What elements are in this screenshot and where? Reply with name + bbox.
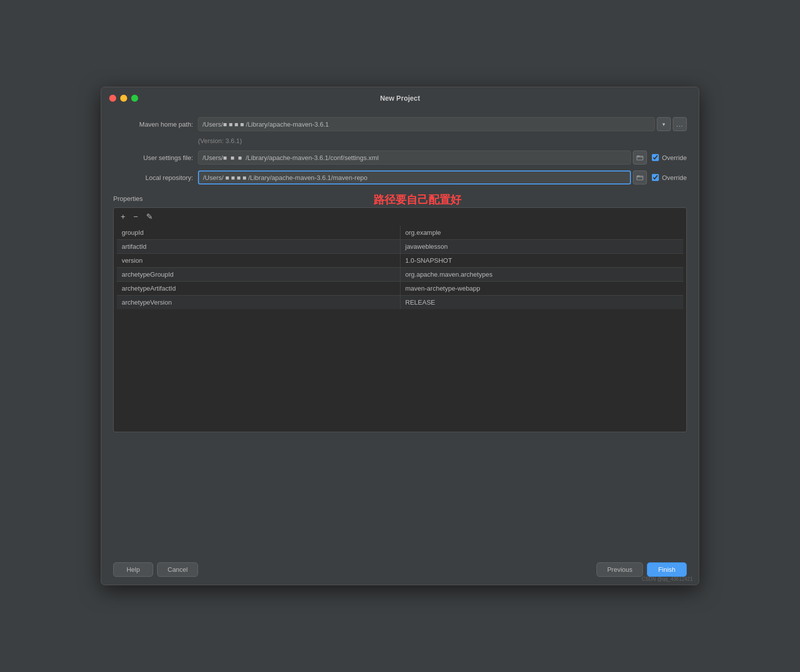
local-repo-label: Local repository:	[113, 174, 193, 181]
properties-label: Properties	[113, 195, 143, 202]
property-key: version	[117, 254, 400, 268]
previous-button[interactable]: Previous	[597, 562, 643, 577]
properties-table: groupId org.example artifactId javaweble…	[117, 226, 683, 309]
maximize-button[interactable]	[131, 95, 138, 102]
user-settings-browse-button[interactable]	[633, 151, 647, 165]
user-settings-override-label[interactable]: Override	[662, 154, 687, 162]
properties-section: Properties 路径要自己配置好 + − ✎ groupId	[113, 192, 687, 432]
svg-rect-1	[637, 176, 643, 180]
table-row[interactable]: artifactId javaweblesson	[117, 240, 683, 254]
maven-home-browse-button[interactable]: ...	[673, 117, 687, 131]
traffic-lights	[109, 95, 138, 102]
table-row[interactable]: archetypeGroupId org.apache.maven.archet…	[117, 268, 683, 282]
user-settings-input-group	[198, 151, 647, 165]
property-key: artifactId	[117, 240, 400, 254]
local-repo-override-label[interactable]: Override	[662, 174, 687, 181]
property-value: org.example	[400, 226, 683, 240]
property-key: archetypeArtifactId	[117, 282, 400, 296]
property-key: archetypeVersion	[117, 296, 400, 310]
maven-home-row: Maven home path: ▾ ...	[113, 117, 687, 131]
remove-property-button[interactable]: −	[131, 212, 140, 222]
local-repo-row: Local repository: Override	[113, 170, 687, 184]
property-value: maven-archetype-webapp	[400, 282, 683, 296]
property-key: archetypeGroupId	[117, 268, 400, 282]
maven-version-row: (Version: 3.6.1)	[113, 137, 687, 145]
watermark-text: 路径要自己配置好	[374, 193, 461, 206]
properties-header-row: Properties 路径要自己配置好	[113, 192, 687, 207]
window-title: New Project	[380, 94, 420, 102]
footer-right: Previous Finish	[597, 562, 687, 577]
properties-container: + − ✎ groupId org.example artifactId jav…	[113, 207, 687, 432]
user-settings-override-checkbox[interactable]	[652, 154, 659, 161]
help-button[interactable]: Help	[113, 562, 153, 577]
edit-property-button[interactable]: ✎	[144, 212, 155, 222]
cancel-button[interactable]: Cancel	[157, 562, 198, 577]
minimize-button[interactable]	[120, 95, 127, 102]
spacer	[113, 438, 687, 548]
user-settings-override-group: Override	[652, 154, 687, 162]
local-repo-browse-button[interactable]	[633, 170, 647, 184]
title-bar: New Project	[101, 87, 699, 109]
footer-left: Help Cancel	[113, 562, 198, 577]
user-settings-label: User settings file:	[113, 154, 193, 162]
maven-home-label: Maven home path:	[113, 121, 193, 128]
new-project-dialog: New Project Maven home path: ▾ ... (Vers…	[101, 87, 699, 585]
dialog-body: Maven home path: ▾ ... (Version: 3.6.1) …	[101, 109, 699, 556]
property-value: org.apache.maven.archetypes	[400, 268, 683, 282]
add-property-button[interactable]: +	[119, 212, 127, 222]
properties-empty-area	[117, 309, 683, 429]
local-repo-input[interactable]	[198, 170, 631, 184]
local-repo-input-group	[198, 170, 647, 184]
local-repo-override-group: Override	[652, 174, 687, 181]
svg-rect-0	[637, 156, 643, 160]
csdn-watermark: CSDN @qq_43612421	[642, 576, 693, 582]
maven-home-dropdown-button[interactable]: ▾	[657, 117, 671, 131]
table-row[interactable]: version 1.0-SNAPSHOT	[117, 254, 683, 268]
close-button[interactable]	[109, 95, 116, 102]
property-value: javaweblesson	[400, 240, 683, 254]
finish-button[interactable]: Finish	[647, 562, 687, 577]
table-row[interactable]: archetypeArtifactId maven-archetype-weba…	[117, 282, 683, 296]
property-value: RELEASE	[400, 296, 683, 310]
maven-home-input[interactable]	[198, 117, 655, 131]
property-value: 1.0-SNAPSHOT	[400, 254, 683, 268]
property-key: groupId	[117, 226, 400, 240]
properties-toolbar: + − ✎	[117, 211, 683, 223]
user-settings-row: User settings file: Override	[113, 151, 687, 165]
local-repo-override-checkbox[interactable]	[652, 174, 659, 181]
table-row[interactable]: groupId org.example	[117, 226, 683, 240]
dialog-footer: Help Cancel Previous Finish	[101, 556, 699, 585]
maven-home-input-group: ▾ ...	[198, 117, 687, 131]
user-settings-input[interactable]	[198, 151, 631, 165]
table-row[interactable]: archetypeVersion RELEASE	[117, 296, 683, 310]
maven-version-text: (Version: 3.6.1)	[198, 137, 242, 145]
